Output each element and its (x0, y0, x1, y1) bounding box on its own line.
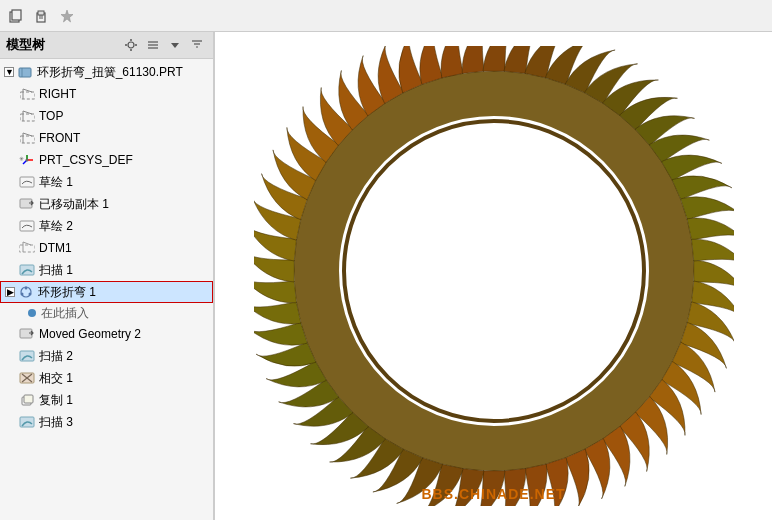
svg-rect-38 (19, 245, 35, 252)
root-label: 环形折弯_扭簧_61130.PRT (37, 64, 183, 81)
tree-item-moved-geo2[interactable]: Moved Geometry 2 (0, 323, 213, 345)
dtm-icon (18, 239, 36, 257)
copy-icon (18, 391, 36, 409)
plane-icon-front (18, 129, 36, 147)
settings-icon[interactable] (121, 35, 141, 55)
filter-icon[interactable] (187, 35, 207, 55)
svg-text:✳: ✳ (19, 156, 24, 162)
svg-point-54 (316, 94, 671, 449)
csys-icon: ✳ (18, 151, 36, 169)
pattern1-label: 环形折弯 1 (38, 284, 96, 301)
sweep3-label: 扫描 3 (39, 414, 73, 431)
moved1-label: 已移动副本 1 (39, 196, 109, 213)
ring-gear-svg (254, 46, 734, 506)
plane-icon-top (18, 107, 36, 125)
svg-rect-37 (20, 221, 34, 231)
moved-geo2-label: Moved Geometry 2 (39, 327, 141, 341)
star-toolbar-icon[interactable] (56, 5, 78, 27)
panel-header-icons (121, 35, 207, 55)
tree-item-sketch1[interactable]: 草绘 1 (0, 171, 213, 193)
root-expand-arrow[interactable]: ▼ (4, 67, 14, 77)
copy-toolbar-icon[interactable] (4, 5, 26, 27)
model-tree-panel: 模型树 (0, 32, 215, 520)
panel-title: 模型树 (6, 36, 117, 54)
main-area: 模型树 (0, 32, 772, 520)
tree-item-sketch2[interactable]: 草绘 2 (0, 215, 213, 237)
svg-rect-1 (12, 10, 21, 20)
list-icon[interactable] (143, 35, 163, 55)
svg-point-7 (128, 42, 134, 48)
tree-item-sweep2[interactable]: 扫描 2 (0, 345, 213, 367)
svg-point-55 (344, 121, 644, 421)
tree-item-pattern1[interactable]: ▶ 环形折弯 1 (0, 281, 213, 303)
svg-rect-27 (20, 136, 35, 143)
svg-point-45 (21, 293, 24, 296)
tree-item-contact1[interactable]: 相交 1 (0, 367, 213, 389)
svg-rect-21 (20, 92, 35, 99)
svg-rect-52 (24, 395, 33, 403)
insert-here-item[interactable]: 在此插入 (0, 303, 213, 323)
insert-dot (28, 309, 36, 317)
tree-item-top[interactable]: TOP (0, 105, 213, 127)
plane-icon-right (18, 85, 36, 103)
sweep-icon-1 (18, 261, 36, 279)
moved-icon-1 (18, 195, 36, 213)
tree-item-sweep3[interactable]: 扫描 3 (0, 411, 213, 433)
sweep2-label: 扫描 2 (39, 348, 73, 365)
model-tree: ▼ 环形折弯_扭簧_61130.PRT (0, 59, 213, 520)
paste-toolbar-icon[interactable] (30, 5, 52, 27)
sweep1-label: 扫描 1 (39, 262, 73, 279)
svg-marker-6 (61, 10, 73, 22)
sketch-icon-1 (18, 173, 36, 191)
tree-item-sweep1[interactable]: 扫描 1 (0, 259, 213, 281)
front-label: FRONT (39, 131, 80, 145)
tree-root-item[interactable]: ▼ 环形折弯_扭簧_61130.PRT (0, 61, 213, 83)
3d-viewport[interactable]: BBS.CHINADE.NET (215, 32, 772, 520)
svg-rect-3 (38, 11, 44, 15)
root-part-icon (16, 63, 34, 81)
insert-here-label: 在此插入 (41, 305, 89, 322)
sketch-icon-2 (18, 217, 36, 235)
tree-item-right[interactable]: RIGHT (0, 83, 213, 105)
tree-item-moved1[interactable]: 已移动副本 1 (0, 193, 213, 215)
pattern-expand-arrow[interactable]: ▶ (5, 287, 15, 297)
tree-item-dtm1[interactable]: DTM1 (0, 237, 213, 259)
right-label: RIGHT (39, 87, 76, 101)
svg-rect-24 (20, 114, 35, 121)
panel-header: 模型树 (0, 32, 213, 59)
dtm1-label: DTM1 (39, 241, 72, 255)
top-label: TOP (39, 109, 63, 123)
svg-marker-15 (171, 43, 179, 48)
viewport-panel: BBS.CHINADE.NET (215, 32, 772, 520)
dropdown-arrow-icon[interactable] (165, 35, 185, 55)
tree-item-copy1[interactable]: 复制 1 (0, 389, 213, 411)
toolbar (0, 0, 772, 32)
svg-point-44 (29, 293, 32, 296)
svg-rect-19 (19, 68, 31, 77)
sketch1-label: 草绘 1 (39, 174, 73, 191)
contact1-label: 相交 1 (39, 370, 73, 387)
sketch2-label: 草绘 2 (39, 218, 73, 235)
copy1-label: 复制 1 (39, 392, 73, 409)
tree-item-csys[interactable]: ✳ PRT_CSYS_DEF (0, 149, 213, 171)
tree-item-front[interactable]: FRONT (0, 127, 213, 149)
svg-rect-35 (20, 177, 34, 187)
contact-icon (18, 369, 36, 387)
pattern-icon-1 (17, 283, 35, 301)
sweep-icon-3 (18, 413, 36, 431)
moved-geo-icon (18, 325, 36, 343)
svg-point-43 (25, 287, 28, 290)
sweep-icon-2 (18, 347, 36, 365)
csys-label: PRT_CSYS_DEF (39, 153, 133, 167)
svg-point-33 (26, 159, 29, 162)
